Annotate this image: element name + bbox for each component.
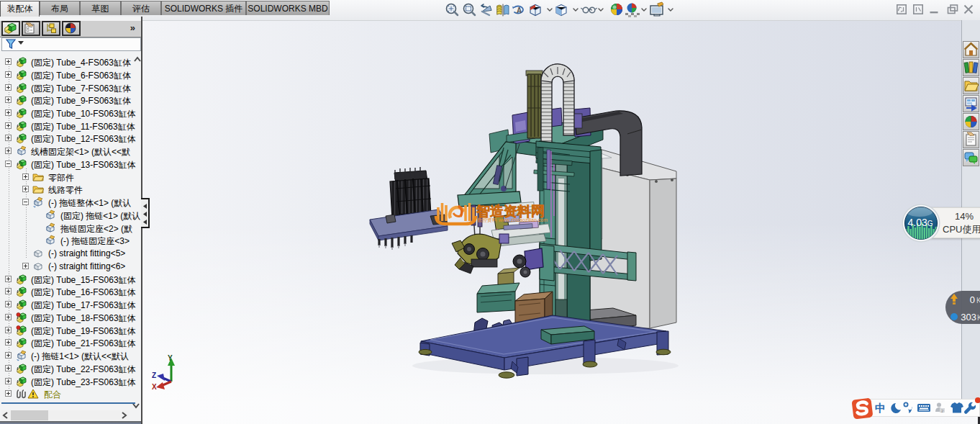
svg-text:Y: Y <box>168 354 173 362</box>
svg-text:K: K <box>976 297 980 305</box>
svg-text:0: 0 <box>970 294 975 305</box>
svg-text:智造资料网: 智造资料网 <box>476 204 545 219</box>
svg-text:中: 中 <box>875 402 886 414</box>
svg-text:303: 303 <box>961 312 976 322</box>
svg-text:K: K <box>977 314 980 322</box>
svg-text:A: A <box>517 6 522 14</box>
svg-text:Z: Z <box>152 371 156 379</box>
svg-text:数控资料 www.zhizaoziliao.com: 数控资料 www.zhizaoziliao.com <box>477 217 548 222</box>
svg-text:X: X <box>152 383 157 391</box>
